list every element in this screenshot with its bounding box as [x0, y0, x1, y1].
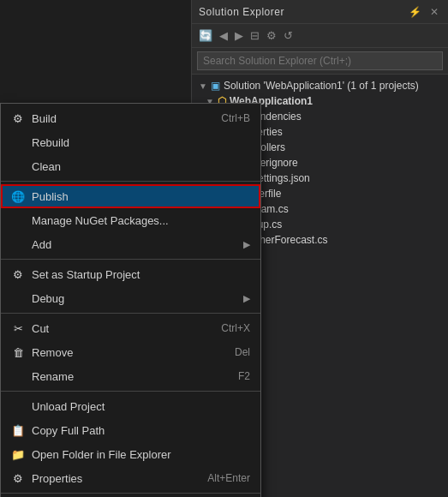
open-folder-menu-item[interactable]: 📁 Open Folder in File Explorer [1, 442, 260, 466]
debug-label: Debug [32, 292, 236, 305]
publish-menu-item[interactable]: 🌐 Publish [1, 184, 260, 208]
build-label: Build [32, 112, 214, 125]
search-input[interactable] [197, 51, 443, 70]
add-submenu-arrow-icon: ▶ [243, 239, 250, 250]
sync-icon[interactable]: 🔄 [197, 27, 214, 44]
startup-icon: ⚙ [11, 268, 25, 281]
separator-5 [1, 493, 260, 494]
open-folder-label: Open Folder in File Explorer [32, 448, 250, 461]
unload-project-menu-item[interactable]: Unload Project [1, 394, 260, 418]
separator-2 [1, 259, 260, 260]
publish-label: Publish [32, 190, 250, 203]
se-search-bar [192, 48, 448, 75]
copy-full-path-menu-item[interactable]: 📋 Copy Full Path [1, 418, 260, 442]
add-menu-item[interactable]: Add ▶ [1, 232, 260, 256]
copy-icon: 📋 [11, 424, 25, 437]
cut-shortcut: Ctrl+X [221, 322, 250, 334]
context-menu: ⚙ Build Ctrl+B Rebuild Clean 🌐 Publish M… [0, 103, 261, 497]
open-folder-icon: 📁 [11, 448, 25, 461]
debug-menu-item[interactable]: Debug ▶ [1, 286, 260, 310]
rename-menu-item[interactable]: Rename F2 [1, 364, 260, 388]
collapse-icon[interactable]: ⊟ [248, 27, 261, 44]
properties-label: Properties [32, 472, 200, 485]
pin-icon[interactable]: ⚡ [406, 5, 424, 19]
remove-icon: 🗑 [11, 346, 25, 359]
build-icon: ⚙ [11, 112, 25, 125]
rebuild-label: Rebuild [32, 136, 250, 149]
se-title-icons: ⚡ ✕ [406, 5, 441, 19]
solution-label: Solution 'WebApplication1' (1 of 1 proje… [224, 80, 419, 92]
solution-row[interactable]: ▼ ▣ Solution 'WebApplication1' (1 of 1 p… [192, 78, 448, 93]
build-shortcut: Ctrl+B [221, 112, 250, 124]
solution-icon: ▣ [211, 80, 220, 92]
separator-3 [1, 313, 260, 314]
build-menu-item[interactable]: ⚙ Build Ctrl+B [1, 106, 260, 130]
cut-label: Cut [32, 322, 214, 335]
publish-icon: 🌐 [11, 190, 25, 203]
refresh-icon[interactable]: ↺ [282, 27, 295, 44]
manage-nuget-menu-item[interactable]: Manage NuGet Packages... [1, 208, 260, 232]
separator-4 [1, 391, 260, 392]
remove-menu-item[interactable]: 🗑 Remove Del [1, 340, 260, 364]
nav-forward-icon[interactable]: ▶ [233, 27, 245, 44]
set-startup-label: Set as Startup Project [32, 268, 250, 281]
properties-shortcut: Alt+Enter [207, 472, 250, 484]
se-title: Solution Explorer [199, 6, 284, 18]
properties-menu-item[interactable]: ⚙ Properties Alt+Enter [1, 466, 260, 490]
add-label: Add [32, 238, 236, 251]
rebuild-menu-item[interactable]: Rebuild [1, 130, 260, 154]
copy-path-label: Copy Full Path [32, 424, 250, 437]
nav-back-icon[interactable]: ◀ [218, 27, 230, 44]
se-titlebar: Solution Explorer ⚡ ✕ [192, 0, 448, 24]
nuget-label: Manage NuGet Packages... [32, 214, 250, 227]
expand-arrow-icon: ▼ [199, 81, 207, 91]
remove-label: Remove [32, 346, 228, 359]
set-startup-menu-item[interactable]: ⚙ Set as Startup Project [1, 262, 260, 286]
se-toolbar: 🔄 ◀ ▶ ⊟ ⚙ ↺ [192, 24, 448, 48]
clean-menu-item[interactable]: Clean [1, 154, 260, 178]
rename-label: Rename [32, 370, 231, 383]
close-icon[interactable]: ✕ [427, 5, 441, 19]
debug-submenu-arrow-icon: ▶ [243, 293, 250, 304]
settings-icon[interactable]: ⚙ [265, 27, 278, 44]
rename-shortcut: F2 [238, 370, 250, 382]
properties-icon: ⚙ [11, 472, 25, 485]
remove-shortcut: Del [235, 346, 250, 358]
separator-1 [1, 181, 260, 182]
clean-label: Clean [32, 160, 250, 173]
cut-icon: ✂ [11, 322, 25, 335]
unload-label: Unload Project [32, 400, 250, 413]
cut-menu-item[interactable]: ✂ Cut Ctrl+X [1, 316, 260, 340]
